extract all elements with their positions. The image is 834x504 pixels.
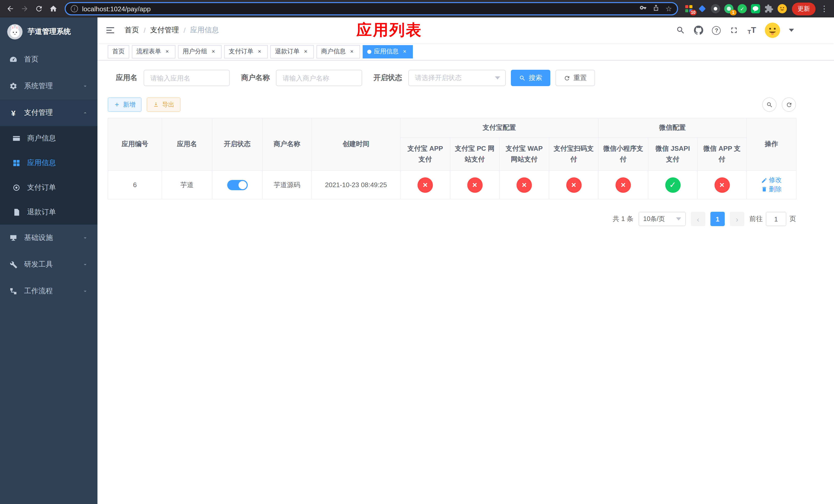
home-icon[interactable]	[46, 2, 61, 16]
password-key-icon[interactable]	[640, 4, 647, 13]
export-button[interactable]: 导出	[147, 97, 180, 112]
sidebar-item-payment[interactable]: ¥ 支付管理	[0, 99, 97, 126]
tab-merchant-info[interactable]: 商户信息 ×	[316, 45, 360, 58]
user-avatar[interactable]	[765, 23, 780, 38]
bookmark-star-icon[interactable]: ☆	[665, 5, 672, 12]
reload-icon[interactable]	[32, 2, 46, 16]
chevron-down-icon	[82, 261, 88, 268]
screen: i localhost:1024/pay/app ☆ 10	[0, 0, 834, 504]
app-name-input[interactable]	[144, 70, 230, 86]
cell-wx-lite: ×	[598, 170, 648, 199]
pagination: 共 1 条 10条/页 ‹ 1 › 前往 页	[108, 212, 796, 226]
col-app-id: 应用编号	[108, 118, 162, 170]
page-size-select[interactable]: 10条/页	[639, 212, 686, 226]
search-button[interactable]: 搜索	[511, 70, 550, 86]
group-alipay-config: 支付宝配置	[400, 118, 598, 138]
extension-icon-gem[interactable]	[698, 4, 707, 13]
col-merchant: 商户名称	[262, 118, 312, 170]
col-alipay-app: 支付宝 APP 支付	[400, 138, 450, 170]
sidebar-item-infrastructure[interactable]: 基础设施	[0, 225, 97, 251]
reset-button-label: 重置	[573, 73, 587, 83]
browser-menu-icon[interactable]: ⋮	[820, 4, 829, 13]
close-icon[interactable]: ×	[401, 48, 408, 55]
breadcrumb-separator: /	[184, 26, 186, 35]
github-icon[interactable]	[694, 26, 703, 35]
puzzle-piece-icon[interactable]	[764, 4, 773, 13]
sidebar-item-label: 研发工具	[24, 260, 53, 269]
sidebar-item-home[interactable]: 首页	[0, 46, 97, 73]
font-size-icon[interactable]: TT	[748, 26, 756, 35]
sidebar-item-merchant-info[interactable]: 商户信息	[0, 126, 97, 151]
credit-card-icon	[12, 134, 21, 142]
sidebar-item-workflow[interactable]: 工作流程	[0, 278, 97, 304]
app-frame: 芋道管理系统 首页 系统管理 ¥ 支付管理	[0, 18, 834, 504]
group-wechat-config: 微信配置	[598, 118, 747, 138]
extension-icon-dark[interactable]	[711, 4, 720, 13]
col-wx-app: 微信 APP 支付	[697, 138, 747, 170]
tab-home[interactable]: 首页	[108, 45, 129, 58]
breadcrumb-home[interactable]: 首页	[125, 26, 139, 35]
sidebar-item-label: 退款订单	[27, 208, 56, 217]
edit-button[interactable]: 修改	[761, 176, 782, 185]
sidebar-item-label: 应用信息	[27, 158, 56, 168]
user-menu-caret-icon[interactable]	[789, 29, 794, 32]
prev-page-button[interactable]: ‹	[691, 212, 705, 226]
wx-lite-status-icon: ×	[615, 177, 631, 192]
app-table-wrap: 应用编号 应用名 开启状态 商户名称 创建时间 支付宝配置 微信配置 操作 支付…	[108, 118, 796, 200]
page-title-annotation: 应用列表	[356, 20, 422, 41]
toggle-search-button[interactable]	[762, 97, 776, 112]
search-icon[interactable]	[676, 26, 685, 35]
back-icon[interactable]	[3, 2, 18, 16]
breadcrumb-payment[interactable]: 支付管理	[150, 26, 179, 35]
tab-pay-order[interactable]: 支付订单 ×	[224, 45, 268, 58]
address-bar[interactable]: i localhost:1024/pay/app ☆	[65, 2, 678, 15]
fullscreen-icon[interactable]	[730, 26, 739, 35]
refresh-table-button[interactable]	[782, 97, 796, 112]
tab-label: 退款订单	[275, 47, 300, 56]
share-icon[interactable]	[653, 4, 660, 13]
extension-icon-notice[interactable]: 1	[724, 4, 733, 13]
sidebar-item-pay-order[interactable]: 支付订单	[0, 175, 97, 200]
add-button[interactable]: 新增	[108, 97, 141, 112]
tab-label: 首页	[112, 47, 125, 56]
cell-alipay-app: ×	[400, 170, 450, 199]
extensions-menu-icon[interactable]: 10	[684, 4, 694, 13]
profile-avatar-icon[interactable]	[777, 4, 787, 13]
reset-button[interactable]: 重置	[555, 70, 595, 86]
tab-refund-order[interactable]: 退款订单 ×	[270, 45, 314, 58]
sidebar-item-dev-tools[interactable]: 研发工具	[0, 251, 97, 278]
status-toggle[interactable]	[227, 180, 247, 190]
sidebar-logo[interactable]: 芋道管理系统	[0, 18, 97, 46]
chrome-update-button[interactable]: 更新	[792, 2, 815, 15]
col-created: 创建时间	[312, 118, 400, 170]
sidebar-collapse-icon[interactable]	[97, 25, 119, 36]
site-info-icon[interactable]: i	[71, 5, 78, 12]
wrench-icon	[9, 260, 18, 269]
help-icon[interactable]: ?	[712, 26, 721, 35]
delete-button[interactable]: 删除	[761, 185, 782, 193]
tab-app-info[interactable]: 应用信息 ×	[363, 45, 413, 58]
close-icon[interactable]: ×	[210, 48, 217, 55]
sidebar-item-app-info[interactable]: 应用信息	[0, 151, 97, 175]
page-number-1[interactable]: 1	[710, 212, 725, 226]
extension-icon-check[interactable]: ✓	[738, 4, 747, 13]
sidebar-item-refund-order[interactable]: 退款订单	[0, 200, 97, 225]
extension-icon-chat[interactable]	[751, 4, 760, 13]
merchant-name-input[interactable]	[276, 70, 362, 86]
col-wx-lite: 微信小程序支付	[598, 138, 648, 170]
tab-user-group[interactable]: 用户分组 ×	[178, 45, 222, 58]
next-page-button[interactable]: ›	[730, 212, 744, 226]
close-icon[interactable]: ×	[163, 48, 171, 55]
tab-label: 流程表单	[136, 47, 161, 56]
filter-form: 应用名 商户名称 开启状态 请选择开启状态 搜索 重置	[116, 70, 834, 86]
forward-icon[interactable]	[18, 2, 32, 16]
sidebar-item-system[interactable]: 系统管理	[0, 73, 97, 99]
tab-process-form[interactable]: 流程表单 ×	[132, 45, 175, 58]
cell-app-name: 芋道	[162, 170, 212, 199]
close-icon[interactable]: ×	[348, 48, 355, 55]
app-name-label: 应用名	[116, 73, 137, 83]
goto-page-input[interactable]	[766, 212, 786, 226]
close-icon[interactable]: ×	[302, 48, 309, 55]
status-select[interactable]: 请选择开启状态	[408, 70, 506, 86]
close-icon[interactable]: ×	[256, 48, 263, 55]
